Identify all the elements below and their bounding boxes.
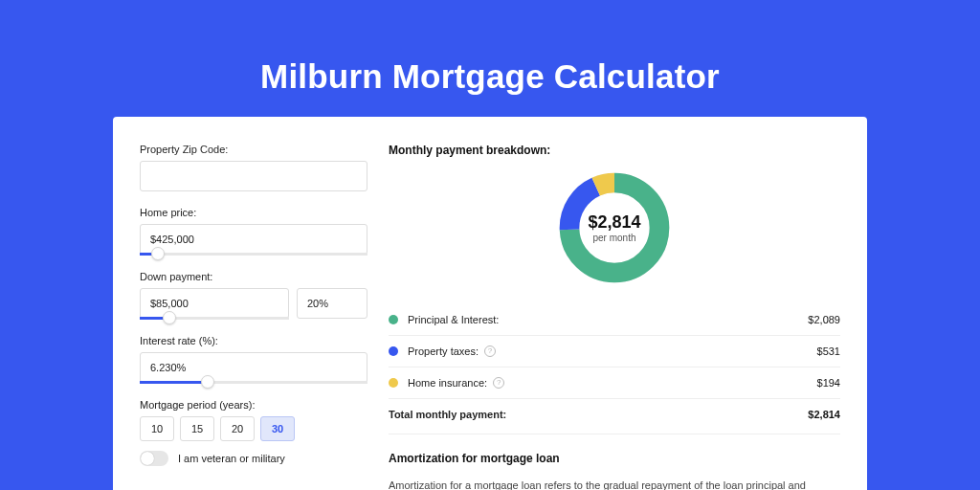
down-payment-amount-input[interactable] <box>140 288 289 319</box>
home-price-input[interactable] <box>140 224 368 255</box>
mortgage-period-label: Mortgage period (years): <box>140 399 368 411</box>
interest-rate-label: Interest rate (%): <box>140 335 368 346</box>
page-title: Milburn Mortgage Calculator <box>0 0 980 117</box>
down-payment-pct-input[interactable] <box>297 288 368 319</box>
home-price-label: Home price: <box>140 207 368 218</box>
zip-input[interactable] <box>140 161 368 191</box>
down-payment-slider[interactable] <box>140 317 289 320</box>
legend-label: Property taxes: <box>408 345 479 357</box>
zip-label: Property Zip Code: <box>140 144 368 155</box>
legend-label: Principal & Interest: <box>408 314 499 325</box>
donut-center-sub: per month <box>592 233 635 243</box>
home-price-slider[interactable] <box>140 253 368 256</box>
legend-dot <box>389 315 398 324</box>
legend-label: Home insurance: <box>408 377 487 389</box>
info-icon[interactable]: ? <box>493 377 504 389</box>
period-button-30[interactable]: 30 <box>260 416 295 441</box>
donut-center-amount: $2,814 <box>588 212 640 233</box>
veteran-label: I am veteran or military <box>178 453 285 464</box>
period-button-20[interactable]: 20 <box>220 416 255 441</box>
breakdown-donut-chart: $2,814 per month <box>555 168 674 287</box>
breakdown-column: Monthly payment breakdown: $2,814 per mo… <box>389 144 840 490</box>
calculator-card: Property Zip Code: Home price: Down paym… <box>113 117 867 490</box>
info-icon[interactable]: ? <box>484 345 496 357</box>
interest-rate-input[interactable] <box>140 352 368 383</box>
legend-row-pi: Principal & Interest:$2,089 <box>389 304 840 336</box>
total-row: Total monthly payment: $2,814 <box>389 399 840 434</box>
legend-row-tax: Property taxes:?$531 <box>389 336 840 368</box>
toggle-knob <box>141 452 154 465</box>
total-label: Total monthly payment: <box>389 409 506 420</box>
form-column: Property Zip Code: Home price: Down paym… <box>140 144 368 490</box>
veteran-toggle[interactable] <box>140 451 168 466</box>
period-button-10[interactable]: 10 <box>140 416 174 441</box>
legend-value: $194 <box>817 377 840 389</box>
total-value: $2,814 <box>808 409 840 420</box>
legend-dot <box>389 346 398 356</box>
legend-row-ins: Home insurance:?$194 <box>389 368 840 399</box>
interest-rate-slider[interactable] <box>140 381 368 384</box>
legend-value: $2,089 <box>808 314 840 325</box>
down-payment-label: Down payment: <box>140 271 368 282</box>
legend-dot <box>389 378 398 388</box>
amortization-text: Amortization for a mortgage loan refers … <box>389 479 840 490</box>
legend-value: $531 <box>817 345 840 357</box>
amortization-title: Amortization for mortgage loan <box>389 452 840 465</box>
period-button-15[interactable]: 15 <box>180 416 214 441</box>
breakdown-title: Monthly payment breakdown: <box>389 144 840 157</box>
